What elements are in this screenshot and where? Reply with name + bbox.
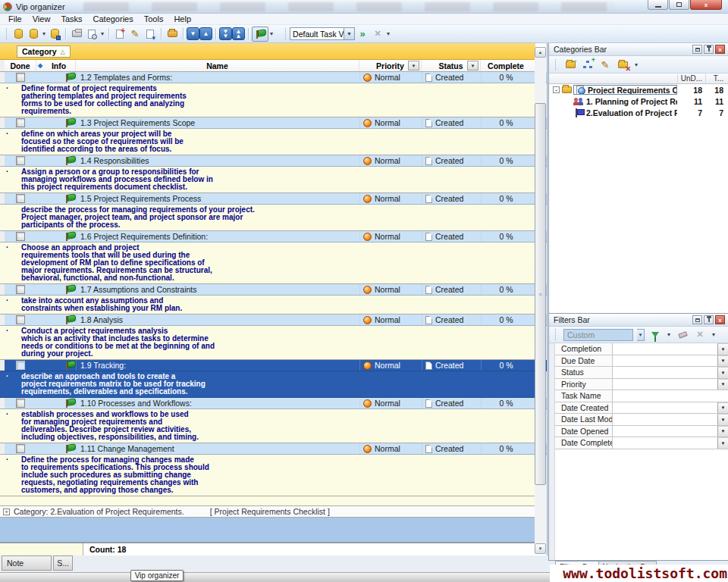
filter-value-field[interactable] xyxy=(613,402,717,414)
task-priority-cell[interactable]: Normal xyxy=(359,117,422,128)
filter-value-field[interactable] xyxy=(613,367,717,378)
apply-filter-caret-icon[interactable]: ▾ xyxy=(666,331,672,338)
task-status-cell[interactable]: Created xyxy=(422,360,481,371)
status-filter-dropdown-icon[interactable]: ▼ xyxy=(467,61,479,70)
category-tree-row[interactable]: - Project Requirements Checklis 18 18 xyxy=(549,84,728,95)
task-status-cell[interactable]: Created xyxy=(422,284,481,295)
task-priority-cell[interactable]: Normal xyxy=(359,155,422,166)
task-description-row[interactable]: · define on which areas your project wil… xyxy=(0,129,535,155)
save-file-icon[interactable] xyxy=(47,27,62,42)
column-header-info[interactable]: ◆Info xyxy=(36,60,76,71)
task-description-row[interactable]: · establish processes and workflows to b… xyxy=(0,409,535,443)
expand-group-icon[interactable]: + xyxy=(3,508,10,515)
scrollbar-thumb[interactable]: ≡ xyxy=(535,103,546,485)
filter-value-field[interactable] xyxy=(613,426,717,437)
scroll-down-icon[interactable]: ▼ xyxy=(535,543,546,554)
task-row[interactable]: 1.3 Project Requirements Scope Normal Cr… xyxy=(0,117,547,129)
column-total[interactable]: T... xyxy=(705,74,728,83)
task-row[interactable]: 1.7 Assumptions and Constraints Normal C… xyxy=(0,284,547,296)
panel-pin-icon[interactable] xyxy=(704,315,714,324)
toolbar-grip[interactable] xyxy=(555,59,557,70)
apply-filter-icon[interactable] xyxy=(648,329,662,341)
column-header-priority[interactable]: Priority▼ xyxy=(359,60,422,71)
move-task-icon[interactable] xyxy=(165,27,180,42)
task-priority-cell[interactable]: Normal xyxy=(359,360,422,371)
column-header-status[interactable]: Status▼ xyxy=(422,60,481,71)
maximize-button[interactable] xyxy=(669,0,689,10)
task-status-cell[interactable]: Created xyxy=(422,193,481,204)
column-header-complete[interactable]: Complete xyxy=(481,60,531,71)
toolbar-grip[interactable] xyxy=(6,28,8,39)
task-description-row[interactable]: · describe an approach and tools to crea… xyxy=(0,371,535,398)
toolbar-grip[interactable] xyxy=(285,28,287,39)
category-tree-row[interactable]: 1. Planning of Project Require 11 11 xyxy=(549,95,728,107)
done-checkbox[interactable] xyxy=(16,118,25,127)
task-priority-cell[interactable]: Normal xyxy=(359,284,422,295)
task-description-row[interactable]: · Define the process for managing change… xyxy=(0,455,535,496)
task-description-row[interactable]: describe the process for managing requir… xyxy=(0,205,535,231)
task-status-cell[interactable]: Created xyxy=(422,155,481,166)
menu-item[interactable]: Help xyxy=(168,14,196,23)
panel-close-icon[interactable]: x xyxy=(715,315,725,324)
move-top-icon[interactable]: ▲▲ xyxy=(232,27,245,40)
done-checkbox[interactable] xyxy=(16,156,25,165)
panel-pin-icon[interactable] xyxy=(704,45,714,54)
task-row[interactable]: 1.5 Project Requirements Process Normal … xyxy=(0,193,547,205)
task-status-cell[interactable]: Created xyxy=(422,314,481,325)
print-preview-icon[interactable] xyxy=(84,27,99,42)
task-view-combo-arrow-icon[interactable]: ▼ xyxy=(344,27,355,40)
menu-item[interactable]: View xyxy=(27,14,56,23)
filter-dropdown-icon[interactable]: ▼ xyxy=(717,426,728,437)
task-status-cell[interactable]: Created xyxy=(422,72,481,83)
filter-value-field[interactable] xyxy=(613,343,717,355)
task-status-cell[interactable]: Created xyxy=(422,398,481,408)
panel-float-icon[interactable] xyxy=(692,45,702,54)
column-undone[interactable]: UnD... xyxy=(677,74,705,83)
task-row[interactable]: 1.10 Processes and Workflows: Normal Cre… xyxy=(0,398,547,409)
vertical-scrollbar[interactable]: ▲ ≡ ▼ xyxy=(535,47,546,554)
filter-dropdown-icon[interactable]: ▼ xyxy=(717,355,728,367)
complete-task-icon[interactable] xyxy=(143,27,158,42)
clear-filter-icon[interactable] xyxy=(676,329,689,341)
filter-dropdown-icon[interactable]: ▼ xyxy=(717,379,728,390)
task-status-cell[interactable]: Created xyxy=(422,117,481,128)
close-button[interactable]: x xyxy=(690,0,722,10)
done-checkbox[interactable] xyxy=(16,73,25,82)
filter-preset-combo-arrow-icon[interactable]: ▼ xyxy=(637,329,645,341)
column-header-done[interactable]: Done xyxy=(5,60,36,71)
tab-s[interactable]: S... xyxy=(53,555,73,571)
view-overflow-caret-icon[interactable]: ▾ xyxy=(385,30,391,37)
move-bottom-icon[interactable]: ▼▼ xyxy=(219,27,232,40)
done-checkbox[interactable] xyxy=(16,399,25,408)
filter-value-field[interactable] xyxy=(613,437,717,449)
flag-caret-icon[interactable]: ▾ xyxy=(268,30,275,37)
group-by-category-chip[interactable]: Category△ xyxy=(17,45,71,58)
task-row[interactable]: 1.2 Templates and Forms: Normal Created … xyxy=(0,72,547,83)
open-file-caret-icon[interactable]: ▾ xyxy=(41,30,47,37)
filter-dropdown-icon[interactable]: ▼ xyxy=(717,402,728,414)
task-description-row[interactable]: · Conduct a project requirements analysi… xyxy=(0,326,535,360)
filter-preset-combo[interactable]: Custom xyxy=(563,329,633,341)
collapse-icon[interactable]: - xyxy=(553,86,560,93)
tab-note[interactable]: Note xyxy=(2,555,52,571)
minimize-button[interactable] xyxy=(648,0,668,10)
filter-value-field[interactable] xyxy=(613,379,717,390)
delete-category-icon[interactable]: ✕ xyxy=(616,58,629,70)
filter-dropdown-icon[interactable]: ▼ xyxy=(717,367,728,378)
task-priority-cell[interactable]: Normal xyxy=(359,314,422,325)
filters-toolbar-caret-icon[interactable]: ▾ xyxy=(711,331,717,338)
toolbar-grip[interactable] xyxy=(555,329,557,340)
remove-filter-icon[interactable]: ✕ xyxy=(693,329,707,341)
task-row[interactable]: 1.9 Tracking: Normal Created 0 % xyxy=(0,360,547,371)
new-category-icon[interactable]: → xyxy=(563,58,577,70)
move-down-icon[interactable]: ▼ xyxy=(187,27,199,40)
task-row[interactable]: 1.8 Analysis Normal Created 0 % xyxy=(0,314,547,326)
filter-value-field[interactable] xyxy=(613,355,717,367)
filter-dropdown-icon[interactable]: ▼ xyxy=(717,343,728,355)
task-row[interactable]: 1.11 Change Management Normal Created 0 … xyxy=(0,443,547,455)
task-description-row[interactable]: · take into account any assumptions and … xyxy=(0,296,535,314)
menu-item[interactable]: Categories xyxy=(88,14,139,23)
menu-item[interactable]: Tools xyxy=(139,14,169,23)
task-description-row[interactable]: · Assign a person or a group to responsi… xyxy=(0,167,535,193)
scroll-up-icon[interactable]: ▲ xyxy=(535,47,546,58)
